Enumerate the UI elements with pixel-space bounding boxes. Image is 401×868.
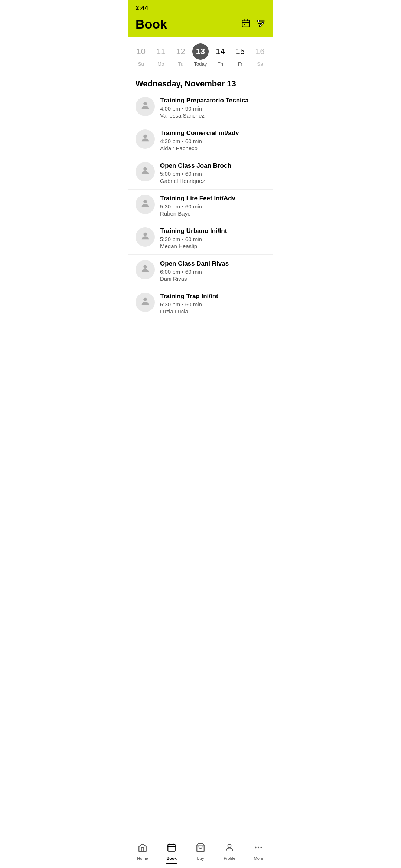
class-details: Training Trap Ini/int 6:30 pm • 60 min L… bbox=[160, 293, 265, 315]
svg-point-10 bbox=[259, 24, 261, 26]
class-instructor: Gabriel Henriquez bbox=[160, 178, 265, 184]
svg-point-9 bbox=[262, 22, 264, 24]
filter-icon[interactable] bbox=[256, 19, 265, 30]
class-time: 4:00 pm • 90 min bbox=[160, 105, 265, 112]
svg-point-12 bbox=[143, 135, 147, 138]
class-name: Training Urbano Ini/Int bbox=[160, 227, 265, 235]
svg-point-13 bbox=[143, 167, 147, 171]
user-icon bbox=[140, 133, 150, 145]
class-item[interactable]: Open Class Dani Rivas 6:00 pm • 60 min D… bbox=[128, 255, 273, 287]
class-item[interactable]: Open Class Joan Broch 5:00 pm • 60 min G… bbox=[128, 157, 273, 190]
user-icon bbox=[140, 100, 150, 113]
class-time: 5:00 pm • 60 min bbox=[160, 171, 265, 177]
date-day: Sa bbox=[257, 61, 263, 67]
class-details: Training Comercial int/adv 4:30 pm • 60 … bbox=[160, 129, 265, 151]
date-number: 15 bbox=[232, 43, 248, 60]
svg-point-17 bbox=[143, 298, 147, 301]
class-item[interactable]: Training Trap Ini/int 6:30 pm • 60 min L… bbox=[128, 287, 273, 320]
date-number: 13 bbox=[192, 43, 209, 60]
page-content: 10 Su 11 Mo 12 Tu 13 Today 14 Th 15 Fr 1… bbox=[128, 37, 273, 354]
date-item-12[interactable]: 12 Tu bbox=[173, 43, 189, 67]
class-item[interactable]: Training Comercial int/adv 4:30 pm • 60 … bbox=[128, 124, 273, 157]
date-item-11[interactable]: 11 Mo bbox=[153, 43, 169, 67]
date-day: Today bbox=[194, 61, 207, 67]
class-time: 5:30 pm • 60 min bbox=[160, 236, 265, 242]
date-number: 12 bbox=[173, 43, 189, 60]
class-time: 6:30 pm • 60 min bbox=[160, 301, 265, 308]
class-time: 4:30 pm • 60 min bbox=[160, 138, 265, 144]
class-details: Training Urbano Ini/Int 5:30 pm • 60 min… bbox=[160, 227, 265, 249]
svg-point-14 bbox=[143, 200, 147, 203]
class-item[interactable]: Training Preparatorio Tecnica 4:00 pm • … bbox=[128, 92, 273, 124]
date-number: 11 bbox=[153, 43, 169, 60]
class-list: Training Preparatorio Tecnica 4:00 pm • … bbox=[128, 92, 273, 320]
avatar bbox=[136, 227, 155, 247]
class-time: 6:00 pm • 60 min bbox=[160, 269, 265, 275]
date-item-13[interactable]: 13 Today bbox=[192, 43, 209, 67]
date-day: Fr bbox=[238, 61, 242, 67]
avatar bbox=[136, 129, 155, 149]
calendar-icon[interactable] bbox=[241, 19, 251, 30]
date-number: 10 bbox=[133, 43, 149, 60]
class-name: Open Class Dani Rivas bbox=[160, 260, 265, 267]
class-item[interactable]: Training Urbano Ini/Int 5:30 pm • 60 min… bbox=[128, 222, 273, 255]
date-day: Su bbox=[138, 61, 144, 67]
page-title: Book bbox=[136, 17, 167, 32]
class-details: Training Lite Feet Int/Adv 5:30 pm • 60 … bbox=[160, 195, 265, 217]
date-item-15[interactable]: 15 Fr bbox=[232, 43, 248, 67]
class-name: Training Comercial int/adv bbox=[160, 129, 265, 137]
avatar bbox=[136, 195, 155, 214]
user-icon bbox=[140, 263, 150, 276]
class-name: Training Lite Feet Int/Adv bbox=[160, 195, 265, 202]
svg-point-16 bbox=[143, 265, 147, 269]
header-actions bbox=[241, 19, 265, 30]
avatar bbox=[136, 162, 155, 181]
class-name: Training Trap Ini/int bbox=[160, 293, 265, 300]
date-day: Th bbox=[218, 61, 223, 67]
date-number: 14 bbox=[212, 43, 228, 60]
header: Book bbox=[128, 14, 273, 37]
class-name: Open Class Joan Broch bbox=[160, 162, 265, 170]
class-item[interactable]: Training Lite Feet Int/Adv 5:30 pm • 60 … bbox=[128, 190, 273, 222]
date-day: Mo bbox=[157, 61, 164, 67]
class-instructor: Luzia Lucia bbox=[160, 308, 265, 315]
date-item-16[interactable]: 16 Sa bbox=[252, 43, 268, 67]
date-item-10[interactable]: 10 Su bbox=[133, 43, 149, 67]
class-details: Open Class Joan Broch 5:00 pm • 60 min G… bbox=[160, 162, 265, 184]
svg-point-15 bbox=[143, 233, 147, 236]
day-heading: Wednesday, November 13 bbox=[128, 73, 273, 92]
svg-rect-4 bbox=[244, 24, 245, 25]
avatar bbox=[136, 293, 155, 312]
class-instructor: Ruben Bayo bbox=[160, 210, 265, 217]
svg-point-11 bbox=[143, 102, 147, 105]
status-bar: 2:44 bbox=[128, 0, 273, 14]
class-instructor: Dani Rivas bbox=[160, 276, 265, 282]
date-picker: 10 Su 11 Mo 12 Tu 13 Today 14 Th 15 Fr 1… bbox=[128, 37, 273, 73]
svg-rect-0 bbox=[242, 20, 250, 27]
user-icon bbox=[140, 165, 150, 178]
svg-point-8 bbox=[258, 20, 260, 22]
class-time: 5:30 pm • 60 min bbox=[160, 203, 265, 210]
class-instructor: Megan Heaslip bbox=[160, 243, 265, 249]
class-details: Open Class Dani Rivas 6:00 pm • 60 min D… bbox=[160, 260, 265, 282]
class-name: Training Preparatorio Tecnica bbox=[160, 97, 265, 104]
date-day: Tu bbox=[178, 61, 183, 67]
class-instructor: Aldair Pacheco bbox=[160, 145, 265, 151]
date-item-14[interactable]: 14 Th bbox=[212, 43, 228, 67]
user-icon bbox=[140, 231, 150, 243]
user-icon bbox=[140, 198, 150, 211]
date-number: 16 bbox=[252, 43, 268, 60]
class-details: Training Preparatorio Tecnica 4:00 pm • … bbox=[160, 97, 265, 119]
class-instructor: Vanessa Sanchez bbox=[160, 112, 265, 119]
status-time: 2:44 bbox=[136, 4, 148, 12]
user-icon bbox=[140, 296, 150, 309]
avatar bbox=[136, 260, 155, 279]
avatar bbox=[136, 97, 155, 116]
